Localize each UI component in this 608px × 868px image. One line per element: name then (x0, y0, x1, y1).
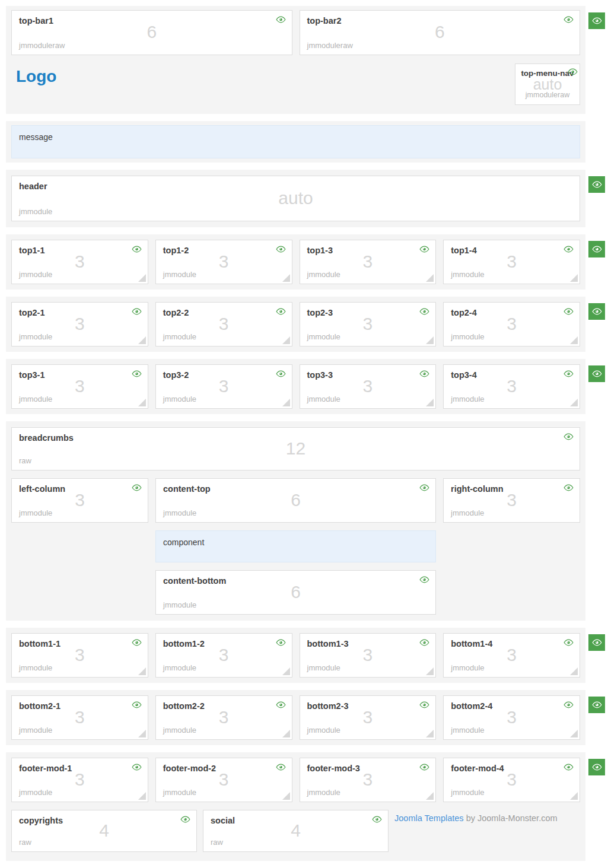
position-content-bottom-box[interactable]: content-bottom 6 jmmodule (155, 570, 436, 615)
module-position-box[interactable]: bottom1-3 3 jmmodule (300, 633, 437, 678)
position-type-label: raw (19, 838, 31, 847)
position-type-label: jmmodule (451, 270, 484, 279)
row-visibility-toggle-button[interactable] (588, 697, 605, 713)
module-position-box[interactable]: footer-mod-3 3 jmmodule (300, 758, 437, 802)
resize-handle[interactable] (426, 336, 434, 344)
module-position-box[interactable]: bottom1-2 3 jmmodule (155, 633, 292, 678)
resize-handle[interactable] (282, 667, 290, 675)
position-social-box[interactable]: social 4 raw (203, 810, 389, 852)
position-message-box[interactable]: message (11, 125, 580, 158)
resize-handle[interactable] (138, 399, 146, 406)
position-width-value: 3 (300, 313, 436, 333)
row-footer-mods: footer-mod-1 3 jmmodule footer-mod-2 3 j… (11, 758, 580, 802)
module-position-box[interactable]: bottom1-4 3 jmmodule (443, 633, 580, 678)
module-position-box[interactable]: footer-mod-1 3 jmmodule (11, 758, 148, 802)
position-type-label: jmmodule (307, 270, 340, 279)
resize-handle[interactable] (426, 274, 434, 282)
resize-handle[interactable] (138, 336, 146, 344)
position-breadcrumbs-box[interactable]: breadcrumbs 12 raw (11, 427, 580, 470)
module-position-box[interactable]: top2-3 3 jmmodule (300, 302, 437, 346)
module-position-box[interactable]: top-bar1 6 jmmoduleraw (11, 10, 292, 55)
section-top3: top3-1 3 jmmodule top3-2 3 jmmodule top3… (6, 359, 585, 414)
module-position-box[interactable]: top2-1 3 jmmodule (11, 302, 148, 346)
row-visibility-toggle-button[interactable] (588, 12, 605, 29)
resize-handle[interactable] (570, 399, 578, 406)
resize-handle[interactable] (570, 730, 578, 737)
position-width-value: 3 (156, 251, 292, 271)
module-position-box[interactable]: top3-4 3 jmmodule (443, 364, 580, 409)
position-type-label: jmmodule (451, 726, 484, 735)
module-position-box[interactable]: top2-4 3 jmmodule (443, 302, 580, 346)
resize-handle[interactable] (138, 792, 146, 800)
position-type-label: jmmodule (163, 726, 196, 735)
position-width-value: 6 (156, 489, 435, 510)
row-bottom2: bottom2-1 3 jmmodule bottom2-2 3 jmmodul… (11, 695, 580, 740)
module-position-box[interactable]: top3-2 3 jmmodule (155, 364, 292, 409)
resize-handle[interactable] (282, 792, 290, 800)
position-content-top-box[interactable]: content-top 6 jmmodule (155, 478, 436, 523)
module-position-box[interactable]: top1-3 3 jmmodule (300, 240, 437, 284)
resize-handle[interactable] (570, 274, 578, 282)
position-width-value: 3 (156, 644, 292, 664)
resize-handle[interactable] (426, 730, 434, 737)
resize-handle[interactable] (282, 730, 290, 737)
resize-handle[interactable] (282, 336, 290, 344)
row-visibility-toggle-button[interactable] (588, 241, 605, 257)
position-width-value: auto (12, 187, 580, 208)
resize-handle[interactable] (282, 399, 290, 406)
resize-handle[interactable] (138, 730, 146, 737)
eye-icon (592, 308, 602, 315)
position-type-label: jmmodule (307, 395, 340, 403)
credit-link[interactable]: Joomla Templates (394, 813, 464, 823)
position-width-value: auto (518, 78, 577, 91)
module-position-box[interactable]: footer-mod-2 3 jmmodule (155, 758, 292, 802)
module-position-box[interactable]: footer-mod-4 3 jmmodule (443, 758, 580, 802)
row-visibility-toggle-button[interactable] (588, 303, 605, 320)
row-visibility-toggle-button[interactable] (588, 759, 605, 775)
resize-handle[interactable] (426, 792, 434, 800)
resize-handle[interactable] (570, 336, 578, 344)
row-visibility-toggle-button[interactable] (588, 365, 605, 382)
module-position-box[interactable]: top2-2 3 jmmodule (155, 302, 292, 346)
eye-icon (592, 17, 602, 24)
module-position-box[interactable]: top1-1 3 jmmodule (11, 240, 148, 284)
row-top1: top1-1 3 jmmodule top1-2 3 jmmodule top1… (11, 240, 580, 284)
resize-handle[interactable] (138, 667, 146, 675)
resize-handle[interactable] (570, 667, 578, 675)
row-visibility-toggle-button[interactable] (588, 176, 605, 193)
module-position-box[interactable]: bottom1-1 3 jmmodule (11, 633, 148, 678)
position-copyrights-box[interactable]: copyrights 4 raw (11, 810, 197, 852)
position-width-value: 3 (156, 707, 292, 727)
resize-handle[interactable] (138, 274, 146, 282)
position-type-label: jmmoduleraw (518, 91, 577, 99)
module-position-box[interactable]: bottom2-4 3 jmmodule (443, 695, 580, 740)
row-bottom1: bottom1-1 3 jmmodule bottom1-2 3 jmmodul… (11, 633, 580, 678)
module-position-box[interactable]: top3-1 3 jmmodule (11, 364, 148, 409)
module-position-box[interactable]: top1-4 3 jmmodule (443, 240, 580, 284)
position-top-menu-nav-box[interactable]: top-menu-nav auto jmmoduleraw (515, 63, 580, 105)
resize-handle[interactable] (426, 399, 434, 406)
module-position-box[interactable]: top3-3 3 jmmodule (300, 364, 437, 409)
row-visibility-toggle-button[interactable] (588, 634, 605, 651)
resize-handle[interactable] (426, 667, 434, 675)
module-position-box[interactable]: bottom2-3 3 jmmodule (300, 695, 437, 740)
resize-handle[interactable] (282, 274, 290, 282)
position-type-label: jmmodule (19, 207, 52, 216)
position-width-value: 3 (300, 769, 436, 789)
module-position-box[interactable]: bottom2-2 3 jmmodule (155, 695, 292, 740)
resize-handle[interactable] (570, 792, 578, 800)
position-width-value: 3 (444, 644, 580, 664)
position-component-box[interactable]: component (155, 530, 436, 562)
module-position-box[interactable]: top1-2 3 jmmodule (155, 240, 292, 284)
position-header-box[interactable]: header auto jmmodule (11, 176, 580, 221)
position-left-column-box[interactable]: left-column 3 jmmodule (11, 478, 148, 523)
eye-icon[interactable] (568, 68, 578, 75)
position-type-label: raw (19, 456, 31, 465)
section-main-content: breadcrumbs 12 raw left-column 3 jmmodul… (6, 421, 585, 621)
position-type-label: jmmodule (451, 788, 484, 797)
module-position-box[interactable]: top-bar2 6 jmmoduleraw (300, 10, 581, 55)
position-width-value: 3 (444, 707, 580, 727)
module-position-box[interactable]: bottom2-1 3 jmmodule (11, 695, 148, 740)
position-right-column-box[interactable]: right-column 3 jmmodule (443, 478, 580, 523)
center-column-slot: content-top 6 jmmodule component content… (155, 478, 436, 615)
